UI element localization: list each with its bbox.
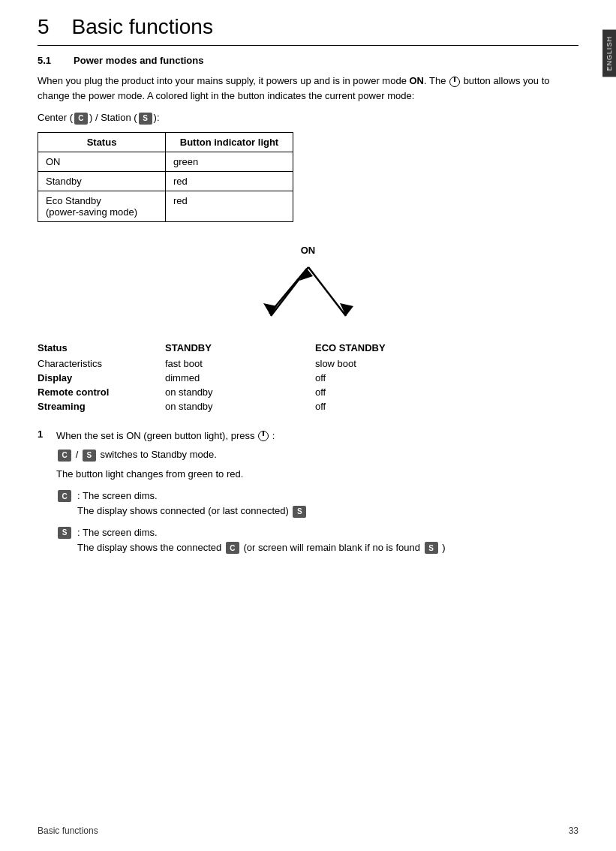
instruction-line1: When the set is ON (green button light),…: [56, 429, 578, 444]
footer-right: 33: [569, 825, 578, 836]
row-remote-col2: on standby: [165, 385, 315, 399]
row-characteristics-col3: slow boot: [315, 356, 465, 371]
row-display-col2: dimmed: [165, 371, 315, 385]
row-remote-col3: off: [315, 385, 465, 399]
sidebar-tab: ENGLISH: [602, 30, 616, 77]
row-display-col3: off: [315, 371, 465, 385]
row-remote-label: Remote control: [38, 385, 165, 399]
instruction-line3: The button light changes from green to r…: [56, 467, 578, 482]
table-row: ON green: [38, 152, 293, 171]
footer-left: Basic functions: [38, 825, 98, 836]
table-header-status: Status: [38, 132, 166, 152]
row-streaming-col3: off: [315, 399, 465, 413]
center-icon: C: [74, 113, 88, 125]
table-cell-status-on: ON: [38, 152, 166, 171]
svg-line-4: [269, 269, 307, 314]
station-icon-2: S: [83, 450, 96, 462]
power-icon-intro: [449, 77, 460, 87]
table-cell-light-eco: red: [166, 191, 293, 221]
diagram-area: ON: [38, 245, 578, 327]
three-column-grid: Status STANDBY ECO STANDBY Characteristi…: [38, 342, 578, 413]
center-icon-4: C: [226, 542, 239, 554]
sub-s-line2-row: The display shows the connected C (or sc…: [56, 542, 578, 555]
center-icon-3: C: [58, 490, 71, 502]
instruction-item-1: 1 When the set is ON (green button light…: [38, 429, 578, 555]
instruction-content: When the set is ON (green button light),…: [56, 429, 578, 555]
instruction-number: 1: [38, 429, 49, 555]
chapter-title: Basic functions: [72, 15, 213, 39]
chapter-number: 5: [38, 15, 50, 39]
section-heading-row: 5.1 Power modes and functions: [38, 55, 578, 66]
row-streaming-col2: on standby: [165, 399, 315, 413]
arrows-diagram: [233, 260, 383, 327]
center-icon-2: C: [58, 450, 71, 462]
row-display-label: Display: [38, 371, 165, 385]
station-icon-5: S: [425, 542, 438, 554]
col3-header: ECO STANDBY: [315, 342, 465, 356]
status-table: Status Button indicator light ON green S…: [38, 132, 293, 222]
sub-s-line1: : The screen dims.: [77, 527, 158, 539]
sub-item-s: S : The screen dims. The display shows t…: [56, 527, 578, 555]
row-streaming-label: Streaming: [38, 399, 165, 413]
page-footer: Basic functions 33: [38, 825, 578, 836]
table-cell-light-on: green: [166, 152, 293, 171]
power-icon-instruction: [258, 431, 269, 441]
table-cell-status-standby: Standby: [38, 171, 166, 191]
on-label: ON: [38, 245, 578, 256]
page-container: 5 Basic functions 5.1 Power modes and fu…: [0, 0, 616, 591]
section-number: 5.1: [38, 55, 51, 66]
table-cell-light-standby: red: [166, 171, 293, 191]
table-row: Standby red: [38, 171, 293, 191]
station-icon-4: S: [58, 527, 71, 539]
row-characteristics-col2: fast boot: [165, 356, 315, 371]
sub-item-c: C : The screen dims. The display shows c…: [56, 490, 578, 518]
row-characteristics-label: Characteristics: [38, 356, 165, 371]
svg-line-2: [308, 267, 346, 316]
table-header-light: Button indicator light: [166, 132, 293, 152]
col2-header: STANDBY: [165, 342, 315, 356]
sub-c-line2-row: The display shows connected (or last con…: [56, 505, 578, 518]
center-station-line: Center (C) / Station (S):: [38, 112, 578, 125]
table-cell-status-eco: Eco Standby(power-saving mode): [38, 191, 166, 221]
instruction-line2: C / S switches to Standby mode.: [56, 447, 578, 462]
table-row: Eco Standby(power-saving mode) red: [38, 191, 293, 221]
section-title: Power modes and functions: [74, 55, 203, 66]
station-icon: S: [139, 113, 152, 125]
section-divider: [38, 45, 578, 46]
col1-header: Status: [38, 342, 165, 356]
station-icon-3: S: [293, 506, 306, 518]
intro-text-part1: When you plug the product into your main…: [38, 75, 449, 86]
sub-c-line1: : The screen dims.: [77, 490, 158, 502]
intro-paragraph: When you plug the product into your main…: [38, 74, 578, 103]
